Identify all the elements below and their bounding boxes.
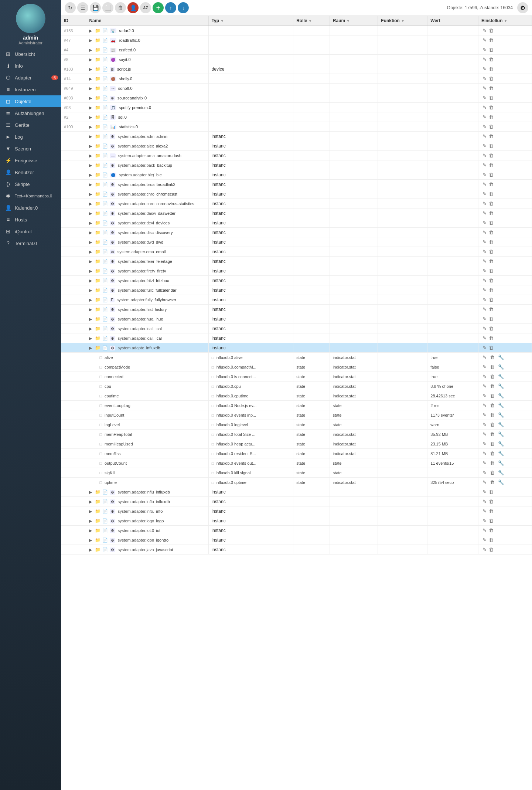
edit-button[interactable]: ✎: [481, 104, 488, 111]
edit-button[interactable]: ✎: [481, 364, 488, 370]
table-row[interactable]: ▶ 📁 📄 ⚙ system.adapter.dasw daswetter in…: [61, 208, 532, 218]
delete-button[interactable]: 🗑: [489, 412, 496, 418]
delete-button[interactable]: 🗑: [488, 296, 495, 303]
wrench-button[interactable]: 🔧: [497, 402, 505, 408]
table-row[interactable]: □ inputCount □ influxdb.0 events inp... …: [61, 410, 532, 420]
table-row[interactable]: ▶ 📁 📄 ⚙ system.adapter.influ influxdb in…: [61, 487, 532, 497]
table-row[interactable]: ▶ 📁 📄 — system.adapter.ama amazon-dash i…: [61, 151, 532, 160]
delete-button[interactable]: 🗑: [489, 431, 496, 437]
wrench-button[interactable]: 🔧: [497, 412, 505, 418]
az-button[interactable]: AZ: [140, 2, 151, 13]
table-row[interactable]: ▶ 📁 📄 ⚙ system.adapter.devi devices inst…: [61, 218, 532, 228]
sidebar-item-kalender[interactable]: 👤 Kalender.0: [0, 202, 61, 214]
delete-button[interactable]: 🗑: [488, 345, 495, 351]
delete-button[interactable]: 🗑: [489, 364, 496, 370]
wrench-button[interactable]: 🔧: [497, 469, 505, 476]
edit-button[interactable]: ✎: [481, 546, 488, 553]
edit-button[interactable]: ✎: [481, 239, 488, 245]
table-row[interactable]: #14 ▶ 📁 📄 🟤 shelly.0 ✎🗑: [61, 74, 532, 84]
delete-button[interactable]: 🗑: [488, 258, 495, 264]
delete-button[interactable]: 🗑: [488, 239, 495, 245]
edit-button[interactable]: ✎: [481, 316, 488, 322]
table-row[interactable]: ▶ 📁 📄 ⚙ system.adapter.back backitup ins…: [61, 160, 532, 170]
sidebar-item-iqontrol[interactable]: ⊞ iQontrol: [0, 226, 61, 237]
delete-button[interactable]: 🗑: [488, 143, 495, 149]
edit-button[interactable]: ✎: [481, 469, 488, 476]
edit-button[interactable]: ✎: [481, 479, 488, 485]
edit-button[interactable]: ✎: [481, 220, 488, 226]
table-row[interactable]: ▶ 📁 📄 ⚙ system.adapter.ical. ical instan…: [61, 324, 532, 333]
edit-button[interactable]: ✎: [481, 277, 488, 284]
edit-button[interactable]: ✎: [481, 66, 488, 72]
delete-button[interactable]: 🗑: [488, 508, 495, 514]
edit-button[interactable]: ✎: [481, 210, 488, 216]
edit-button[interactable]: ✎: [481, 518, 488, 524]
table-row[interactable]: #47 ▶ 📁 📄 🚗 roadtraffic.0 ✎🗑: [61, 35, 532, 45]
sidebar-item-info[interactable]: ℹ Info: [0, 60, 61, 72]
table-row[interactable]: □ connected □ influxdb.0 is connect... s…: [61, 372, 532, 382]
edit-button[interactable]: ✎: [481, 431, 488, 437]
edit-button[interactable]: ✎: [481, 441, 488, 447]
delete-button[interactable]: 🗑: [489, 479, 496, 485]
table-row[interactable]: #4 ▶ 📁 📄 📰 rssfeed.0 ✎🗑: [61, 45, 532, 55]
table-row[interactable]: #8 ▶ 📁 📄 🟣 sayit.0 ✎🗑: [61, 55, 532, 64]
col-type[interactable]: Typ ▼: [208, 16, 293, 26]
delete-button[interactable]: 🗑: [488, 191, 495, 197]
delete-button[interactable]: 🗑: [488, 229, 495, 235]
user-button[interactable]: 👤: [127, 2, 139, 13]
table-row[interactable]: #693 ▶ 📁 📄 ⊕ sourceanalytix.0 ✎🗑: [61, 93, 532, 103]
objects-table-container[interactable]: ID Name Typ ▼ Rolle ▼ Raum ▼ Funktion ▼ …: [61, 16, 532, 790]
edit-button[interactable]: ✎: [481, 306, 488, 312]
sidebar-item-aufzahlungen[interactable]: ≣ Aufzählungen: [0, 107, 61, 119]
edit-button[interactable]: ✎: [481, 152, 488, 159]
delete-button[interactable]: 🗑: [115, 2, 126, 13]
table-row[interactable]: ▶ 📁 📄 ⚙ system.adapter.dwd dwd instanc ✎…: [61, 237, 532, 247]
wrench-button[interactable]: 🔧: [497, 364, 505, 370]
edit-button[interactable]: ✎: [481, 450, 488, 457]
delete-button[interactable]: 🗑: [489, 441, 496, 447]
edit-button[interactable]: ✎: [481, 354, 488, 360]
delete-button[interactable]: 🗑: [488, 527, 495, 533]
edit-button[interactable]: ✎: [481, 85, 488, 91]
table-row[interactable]: □ outputCount □ influxdb.0 events out...…: [61, 458, 532, 468]
settings-icon[interactable]: ⚙: [517, 2, 528, 13]
col-einstellung[interactable]: Einstellun ▼: [478, 16, 532, 26]
download-button[interactable]: ↓: [178, 2, 189, 13]
delete-button[interactable]: 🗑: [488, 104, 495, 111]
edit-button[interactable]: ✎: [481, 296, 488, 303]
sidebar-item-text-kommandos[interactable]: ✱ Text->Kommandos.0: [0, 190, 61, 202]
delete-button[interactable]: 🗑: [488, 133, 495, 139]
sidebar-item-adapter[interactable]: ⬡ Adapter 6: [0, 72, 61, 84]
table-row[interactable]: □ cputime □ influxdb.0.cputime state ind…: [61, 391, 532, 401]
table-row[interactable]: ▶ 📁 📄 ⚙ system.adapter.coro coronavirus-…: [61, 199, 532, 208]
sidebar-item-hosts[interactable]: ≡ Hosts: [0, 214, 61, 226]
edit-button[interactable]: ✎: [481, 162, 488, 168]
delete-button[interactable]: 🗑: [489, 373, 496, 380]
table-row[interactable]: □ memHeapUsed □ influxdb.0 heap actu... …: [61, 439, 532, 449]
edit-button[interactable]: ✎: [481, 498, 488, 505]
edit-button[interactable]: ✎: [481, 325, 488, 332]
table-row[interactable]: □ uptime □ influxdb.0 uptime state indic…: [61, 478, 532, 487]
delete-button[interactable]: 🗑: [488, 210, 495, 216]
edit-button[interactable]: ✎: [481, 114, 488, 120]
wrench-button[interactable]: 🔧: [497, 450, 505, 457]
delete-button[interactable]: 🗑: [488, 95, 495, 101]
edit-button[interactable]: ✎: [481, 229, 488, 235]
wrench-button[interactable]: 🔧: [497, 383, 505, 389]
edit-button[interactable]: ✎: [481, 143, 488, 149]
table-row[interactable]: ▶ 📁 📄 ✉ system.adapter.ema email instanc…: [61, 247, 532, 257]
delete-button[interactable]: 🗑: [488, 200, 495, 207]
table-row[interactable]: ▶ 📁 📄 ⚙ system.adapter.disc discovery in…: [61, 228, 532, 237]
sidebar-item-instanzen[interactable]: ≡ Instanzen: [0, 84, 61, 95]
edit-button[interactable]: ✎: [481, 248, 488, 255]
table-row[interactable]: #100 ▶ 📁 📄 📊 statistics.0 ✎🗑: [61, 122, 532, 132]
edit-button[interactable]: ✎: [481, 527, 488, 533]
delete-button[interactable]: 🗑: [488, 27, 495, 34]
wrench-button[interactable]: 🔧: [497, 479, 505, 485]
table-row[interactable]: ▶ 📁 📄 ⚙ system.adapter.hue. hue instanc …: [61, 314, 532, 324]
table-row[interactable]: ▶ 📁 📄 ⚙ system.adapter.chro chromecast i…: [61, 189, 532, 199]
edit-button[interactable]: ✎: [481, 412, 488, 418]
edit-button[interactable]: ✎: [481, 95, 488, 101]
delete-button[interactable]: 🗑: [488, 498, 495, 505]
sidebar-item-benutzer[interactable]: 👤 Benutzer: [0, 166, 61, 178]
